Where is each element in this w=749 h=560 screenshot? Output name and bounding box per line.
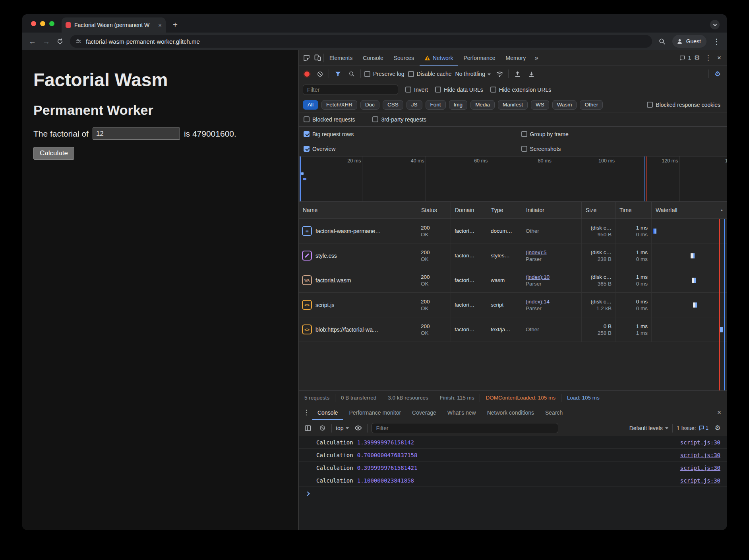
column-header-type[interactable]: Type	[487, 202, 522, 218]
chip-css[interactable]: CSS	[383, 100, 403, 110]
request-row-script[interactable]: <>script.js 200OK factori… script (index…	[299, 293, 727, 317]
profile-button[interactable]: Guest	[672, 35, 706, 48]
record-button[interactable]	[304, 71, 310, 77]
chip-img[interactable]: Img	[449, 100, 468, 110]
chip-manifest[interactable]: Manifest	[498, 100, 528, 110]
request-row-wasm[interactable]: WAfactorial.wasm 200OK factori… wasm (in…	[299, 268, 727, 293]
overview-selection-handle[interactable]	[300, 156, 301, 201]
forward-icon[interactable]: →	[43, 38, 50, 45]
source-link[interactable]: script.js:30	[680, 439, 720, 446]
url-bar[interactable]: factorial-wasm-permanent-worker.glitch.m…	[70, 35, 652, 48]
chip-doc[interactable]: Doc	[360, 100, 379, 110]
console-message[interactable]: Calculation 0.3999999761581421 script.js…	[299, 462, 727, 474]
column-header-time[interactable]: Time	[615, 202, 652, 218]
column-header-domain[interactable]: Domain	[451, 202, 487, 218]
drawer-menu-icon[interactable]: ⋮	[301, 407, 312, 418]
request-row-document[interactable]: ≡factorial-wasm-permane… 200OK factori… …	[299, 219, 727, 243]
disable-cache-checkbox[interactable]: Disable cache	[408, 71, 452, 77]
source-link[interactable]: script.js:30	[680, 452, 720, 458]
column-header-name[interactable]: Name	[299, 202, 417, 218]
console-settings-icon[interactable]: ⚙	[712, 423, 723, 433]
third-party-requests-checkbox[interactable]: 3rd-party requests	[372, 116, 426, 123]
tab-memory[interactable]: Memory	[501, 50, 531, 66]
column-header-size[interactable]: Size	[582, 202, 615, 218]
calculate-button[interactable]: Calculate	[33, 147, 74, 160]
network-settings-icon[interactable]: ⚙	[712, 69, 723, 79]
request-row-stylesheet[interactable]: style.css 200OK factori… styles… (index)…	[299, 243, 727, 268]
back-icon[interactable]: ←	[29, 38, 36, 45]
console-sidebar-icon[interactable]	[303, 423, 313, 433]
import-har-icon[interactable]	[512, 69, 523, 79]
big-request-rows-checkbox[interactable]: Big request rows	[304, 131, 521, 137]
column-header-waterfall[interactable]: Waterfall ▲	[652, 202, 727, 218]
close-window-button[interactable]	[31, 21, 36, 26]
blocked-response-cookies-checkbox[interactable]: Blocked response cookies	[647, 102, 723, 108]
console-message[interactable]: Calculation 1.399999976158142 script.js:…	[299, 436, 727, 449]
inspect-element-icon[interactable]	[301, 53, 312, 63]
clear-console-icon[interactable]	[317, 423, 327, 433]
chip-font[interactable]: Font	[426, 100, 446, 110]
tab-elements[interactable]: Elements	[325, 50, 357, 66]
devtools-menu-icon[interactable]: ⋮	[703, 53, 713, 63]
network-overview-timeline[interactable]: 20 ms 40 ms 60 ms 80 ms 100 ms 120 ms 14…	[299, 156, 727, 202]
browser-menu-icon[interactable]: ⋮	[713, 38, 720, 45]
chip-all[interactable]: All	[303, 100, 318, 110]
filter-icon[interactable]	[333, 69, 343, 79]
search-icon[interactable]	[346, 69, 357, 79]
device-toolbar-icon[interactable]	[312, 53, 323, 63]
network-conditions-icon[interactable]	[494, 69, 505, 79]
new-tab-button[interactable]: +	[170, 19, 181, 30]
throttling-select[interactable]: No throttling	[455, 71, 491, 77]
site-info-icon[interactable]	[75, 38, 82, 44]
request-row-blob[interactable]: <>blob:https://factorial-wa… 200OK facto…	[299, 317, 727, 342]
browser-tab[interactable]: Factorial Wasm (permanent W ×	[62, 17, 166, 33]
execution-context-select[interactable]: top	[336, 425, 349, 431]
tab-console[interactable]: Console	[358, 50, 388, 66]
zoom-window-button[interactable]	[49, 21, 54, 26]
hide-data-urls-checkbox[interactable]: Hide data URLs	[435, 87, 483, 93]
devtools-close-icon[interactable]: ×	[714, 53, 724, 63]
network-filter-input[interactable]	[303, 85, 398, 95]
initiator-link[interactable]: (index):14	[526, 299, 578, 305]
tab-performance[interactable]: Performance	[459, 50, 500, 66]
screenshots-checkbox[interactable]: Screenshots	[521, 146, 722, 152]
preserve-log-checkbox[interactable]: Preserve log	[364, 71, 404, 77]
tab-search-button[interactable]	[710, 20, 720, 29]
chip-js[interactable]: JS	[406, 100, 422, 110]
more-tabs-icon[interactable]: »	[531, 53, 542, 63]
console-message[interactable]: Calculation 0.7000000476837158 script.js…	[299, 449, 727, 462]
chip-wasm[interactable]: Wasm	[552, 100, 577, 110]
drawer-tab-network-conditions[interactable]: Network conditions	[482, 405, 539, 420]
clear-network-icon[interactable]	[315, 69, 325, 79]
source-link[interactable]: script.js:30	[680, 477, 720, 484]
chip-fetch-xhr[interactable]: Fetch/XHR	[321, 100, 357, 110]
chip-media[interactable]: Media	[470, 100, 495, 110]
source-link[interactable]: script.js:30	[680, 465, 720, 471]
initiator-link[interactable]: (index):10	[526, 274, 578, 280]
overview-checkbox[interactable]: Overview	[304, 146, 521, 152]
blocked-requests-checkbox[interactable]: Blocked requests	[304, 116, 355, 123]
factorial-input[interactable]	[93, 127, 180, 140]
console-prompt[interactable]	[299, 487, 727, 500]
chip-ws[interactable]: WS	[531, 100, 549, 110]
drawer-close-icon[interactable]: ×	[714, 407, 724, 418]
hide-extension-urls-checkbox[interactable]: Hide extension URLs	[490, 87, 552, 93]
group-by-frame-checkbox[interactable]: Group by frame	[521, 131, 722, 137]
issues-link[interactable]: 1 Issue: 1	[677, 425, 708, 431]
drawer-tab-console[interactable]: Console	[312, 405, 343, 420]
issues-counter[interactable]: 1	[679, 53, 691, 63]
tab-sources[interactable]: Sources	[389, 50, 419, 66]
console-message[interactable]: Calculation 1.100000023841858 script.js:…	[299, 474, 727, 487]
invert-checkbox[interactable]: Invert	[405, 87, 428, 93]
drawer-tab-search[interactable]: Search	[540, 405, 568, 420]
column-header-initiator[interactable]: Initiator	[522, 202, 582, 218]
reload-icon[interactable]	[56, 38, 64, 45]
settings-gear-icon[interactable]: ⚙	[692, 53, 702, 63]
eye-icon[interactable]	[353, 423, 363, 433]
drawer-tab-performance-monitor[interactable]: Performance monitor	[344, 405, 406, 420]
column-header-status[interactable]: Status	[417, 202, 451, 218]
export-har-icon[interactable]	[526, 69, 536, 79]
tab-network[interactable]: Network	[420, 50, 458, 66]
minimize-window-button[interactable]	[40, 21, 45, 26]
drawer-tab-whats-new[interactable]: What's new	[442, 405, 481, 420]
